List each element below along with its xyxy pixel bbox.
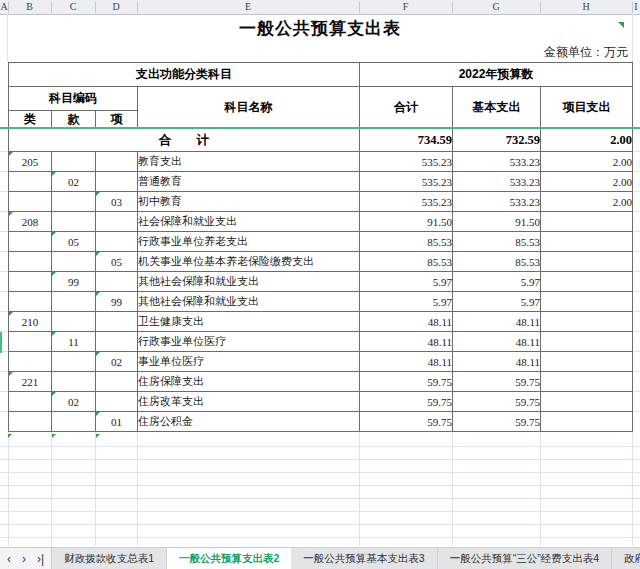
cell-class-code[interactable]: [9, 272, 52, 292]
cell-total[interactable]: 59.75: [360, 372, 453, 392]
column-header-A[interactable]: A: [0, 1, 7, 13]
sheet-tab-1[interactable]: 财政拨款收支总表1: [51, 548, 167, 569]
cell-basic-expense[interactable]: 85.53: [453, 252, 541, 272]
cell-grand-total[interactable]: 734.59: [360, 129, 453, 152]
cell-total[interactable]: 48.11: [360, 332, 453, 352]
next-sheet-icon[interactable]: ›: [22, 553, 26, 565]
cell-basic-expense[interactable]: 59.75: [453, 392, 541, 412]
sheet-tab-5[interactable]: 政府性基金预算支出表5: [612, 548, 640, 569]
cell-subject-name[interactable]: 行政事业单位养老支出: [138, 232, 360, 252]
cell-project-expense[interactable]: 2.00: [541, 172, 633, 192]
cell-subject-name[interactable]: 社会保障和就业支出: [138, 212, 360, 232]
header-func-classification[interactable]: 支出功能分类科目: [9, 63, 360, 87]
cell-section-code[interactable]: 05: [52, 232, 96, 252]
cell-section-code[interactable]: [52, 372, 96, 392]
cell-section-code[interactable]: 02: [52, 392, 96, 412]
cell-item-code[interactable]: [96, 152, 138, 172]
cell-class-code[interactable]: 210: [9, 312, 52, 332]
cell-subject-name[interactable]: 教育支出: [138, 152, 360, 172]
cell-project-expense[interactable]: [541, 332, 633, 352]
cell-class-code[interactable]: [9, 412, 52, 432]
cell-project-expense[interactable]: [541, 252, 633, 272]
cell-basic-expense[interactable]: 48.11: [453, 352, 541, 372]
cell-item-code[interactable]: [96, 272, 138, 292]
cell-subject-name[interactable]: 事业单位医疗: [138, 352, 360, 372]
column-header-D[interactable]: D: [112, 1, 119, 13]
header-item[interactable]: 项: [96, 111, 138, 129]
cell-total[interactable]: 48.11: [360, 352, 453, 372]
cell-total[interactable]: 535.23: [360, 172, 453, 192]
cell-item-code[interactable]: [96, 212, 138, 232]
cell-section-code[interactable]: [52, 292, 96, 312]
header-class[interactable]: 类: [9, 111, 52, 129]
cell-class-code[interactable]: 205: [9, 152, 52, 172]
cell-section-code[interactable]: [52, 252, 96, 272]
cell-basic-expense[interactable]: 48.11: [453, 312, 541, 332]
cell-basic-expense[interactable]: 5.97: [453, 292, 541, 312]
cell-item-code[interactable]: [96, 172, 138, 192]
cell-subject-name[interactable]: 住房保障支出: [138, 372, 360, 392]
cell-basic-expense[interactable]: 533.23: [453, 152, 541, 172]
cell-project-expense[interactable]: [541, 212, 633, 232]
cell-section-code[interactable]: [52, 312, 96, 332]
cell-grand-basic[interactable]: 732.59: [453, 129, 541, 152]
cell-grand-total-label[interactable]: 合 计: [9, 129, 360, 152]
cell-class-code[interactable]: [9, 352, 52, 372]
cell-basic-expense[interactable]: 91.50: [453, 212, 541, 232]
cell-item-code[interactable]: [96, 332, 138, 352]
cell-subject-name[interactable]: 其他社会保障和就业支出: [138, 272, 360, 292]
last-sheet-icon[interactable]: ›|: [37, 553, 44, 565]
cell-basic-expense[interactable]: 533.23: [453, 172, 541, 192]
cell-project-expense[interactable]: [541, 292, 633, 312]
cell-project-expense[interactable]: [541, 312, 633, 332]
cell-item-code[interactable]: [96, 232, 138, 252]
cell-project-expense[interactable]: 2.00: [541, 152, 633, 172]
cell-subject-name[interactable]: 其他社会保障和就业支出: [138, 292, 360, 312]
sheet-tab-3[interactable]: 一般公共预算基本支出表3: [291, 548, 437, 569]
column-header-E[interactable]: E: [245, 1, 251, 13]
cell-total[interactable]: 535.23: [360, 152, 453, 172]
cell-subject-name[interactable]: 机关事业单位基本养老保险缴费支出: [138, 252, 360, 272]
cell-section-code[interactable]: 02: [52, 172, 96, 192]
header-budget-2022[interactable]: 2022年预算数: [360, 63, 633, 87]
cell-section-code[interactable]: [52, 192, 96, 212]
column-header-C[interactable]: C: [70, 1, 77, 13]
cell-section-code[interactable]: [52, 212, 96, 232]
cell-subject-name[interactable]: 普通教育: [138, 172, 360, 192]
cell-class-code[interactable]: [9, 392, 52, 412]
cell-item-code[interactable]: 01: [96, 412, 138, 432]
cell-basic-expense[interactable]: 59.75: [453, 412, 541, 432]
cell-project-expense[interactable]: [541, 272, 633, 292]
cell-class-code[interactable]: [9, 192, 52, 212]
cell-total[interactable]: 91.50: [360, 212, 453, 232]
cell-basic-expense[interactable]: 59.75: [453, 372, 541, 392]
header-project-expense[interactable]: 项目支出: [541, 87, 633, 129]
cell-section-code[interactable]: [52, 412, 96, 432]
cell-total[interactable]: 5.97: [360, 272, 453, 292]
column-header-B[interactable]: B: [26, 1, 33, 13]
header-section[interactable]: 款: [52, 111, 96, 129]
cell-total[interactable]: 59.75: [360, 392, 453, 412]
cell-section-code[interactable]: [52, 352, 96, 372]
cell-class-code[interactable]: 221: [9, 372, 52, 392]
cell-item-code[interactable]: 99: [96, 292, 138, 312]
cell-section-code[interactable]: 99: [52, 272, 96, 292]
cell-class-code[interactable]: [9, 332, 52, 352]
cell-subject-name[interactable]: 行政事业单位医疗: [138, 332, 360, 352]
cell-total[interactable]: 59.75: [360, 412, 453, 432]
cell-class-code[interactable]: [9, 252, 52, 272]
cell-section-code[interactable]: [52, 152, 96, 172]
prev-sheet-icon[interactable]: ‹: [7, 553, 11, 565]
cell-item-code[interactable]: [96, 372, 138, 392]
cell-class-code[interactable]: [9, 172, 52, 192]
header-total[interactable]: 合计: [360, 87, 453, 129]
column-header-H[interactable]: H: [582, 1, 589, 13]
header-subject-code[interactable]: 科目编码: [9, 87, 138, 111]
column-header-F[interactable]: F: [403, 1, 409, 13]
cell-grand-project[interactable]: 2.00: [541, 129, 633, 152]
sheet-tab-4[interactable]: 一般公共预算“三公”经费支出表4: [438, 548, 612, 569]
cell-item-code[interactable]: [96, 392, 138, 412]
cell-class-code[interactable]: 208: [9, 212, 52, 232]
cell-basic-expense[interactable]: 5.97: [453, 272, 541, 292]
cell-item-code[interactable]: 05: [96, 252, 138, 272]
